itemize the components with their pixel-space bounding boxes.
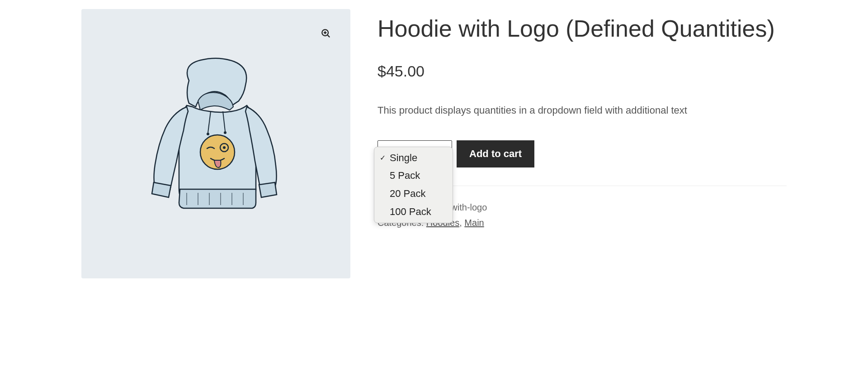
quantity-option-100pack[interactable]: 100 Pack [374,203,453,221]
svg-point-11 [207,133,209,135]
product-title: Hoodie with Logo (Defined Quantities) [377,14,787,44]
svg-line-1 [328,35,330,38]
quantity-option-5pack[interactable]: 5 Pack [374,167,453,185]
product-container: Hoodie with Logo (Defined Quantities) $4… [81,9,787,278]
add-to-cart-form: Single ⌄ Single 5 Pack 20 Pack 100 Pack … [377,140,787,167]
quantity-option-20pack[interactable]: 20 Pack [374,185,453,203]
product-description: This product displays quantities in a dr… [377,103,787,118]
svg-point-13 [224,131,226,134]
product-image[interactable] [81,9,350,278]
quantity-option-single[interactable]: Single [374,149,453,167]
svg-point-16 [223,146,226,149]
zoom-in-icon[interactable] [319,26,333,41]
quantity-select-wrapper: Single ⌄ Single 5 Pack 20 Pack 100 Pack [377,140,452,167]
hoodie-illustration-icon [130,53,302,234]
category-separator: , [459,218,464,228]
quantity-dropdown-menu: Single 5 Pack 20 Pack 100 Pack [374,147,453,224]
product-details: Hoodie with Logo (Defined Quantities) $4… [377,9,787,278]
category-link-main[interactable]: Main [464,218,484,228]
add-to-cart-button[interactable]: Add to cart [457,140,534,167]
product-price: $45.00 [377,62,787,80]
